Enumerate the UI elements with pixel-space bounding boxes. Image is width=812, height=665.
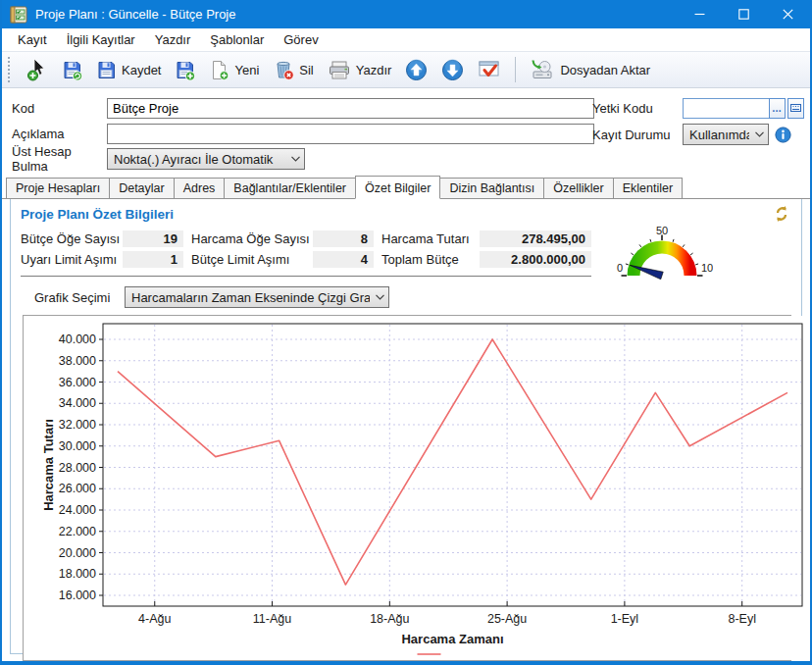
svg-text:32.000: 32.000 [59,418,96,432]
svg-text:11-Ağu: 11-Ağu [253,612,291,626]
app-window: Proje Planı : Güncelle - Bütçe Proje Kay… [0,0,812,665]
yetki-browse-button[interactable]: … [769,98,786,119]
toolbar-label: Kaydet [122,63,161,77]
summary-value-harcama-tutarı: 278.495,00 [480,230,591,247]
ust-hesap-value: Nokta(.) Ayıracı İle Otomatik [114,152,285,167]
line-chart: 4-Ağu11-Ağu18-Ağu25-Ağu1-Eyl8-Eyl16.0001… [23,315,791,661]
yetki-kodu-label: Yetki Kodu [592,101,683,116]
window-controls [678,0,810,28]
summary-label-toplam-bütçe: Toplam Bütçe [381,252,480,267]
menu-item-kayıt[interactable]: Kayıt [8,30,57,49]
summary-label-bütçe-limit-aşımı: Bütçe Limit Aşımı [191,252,313,267]
down-icon [441,59,464,81]
title-bar: Proje Planı : Güncelle - Bütçe Proje [2,0,810,28]
svg-text:16.000: 16.000 [59,588,96,602]
record-form: Kod Açıklama Üst Hesap Bulma Nokta(.) Ay… [2,88,810,175]
save-icon [96,60,117,80]
tab-özet-bilgiler[interactable]: Özet Bilgiler [355,176,440,199]
chevron-down-icon [291,156,300,162]
toolbar-label: Sil [299,63,313,77]
menu-item-i-lgili-kayıtlar[interactable]: İlgili Kayıtlar [57,30,145,49]
grafik-secimi-value: Harcamaların Zaman Ekseninde Çizgi Grafi… [131,290,370,305]
tab-özellikler[interactable]: Özellikler [543,178,613,198]
svg-text:20.000: 20.000 [59,546,96,560]
toolbar-button-up[interactable] [398,57,434,83]
summary-label-harcama-öğe-sayısı: Harcama Öğe Sayısı [191,231,313,246]
chevron-down-icon [376,294,384,300]
svg-text:22.000: 22.000 [59,525,96,538]
svg-text:Harcama Tutarı: Harcama Tutarı [41,419,56,511]
svg-text:30.000: 30.000 [59,439,96,453]
tab-dizin-bağlantısı[interactable]: Dizin Bağlantısı [439,178,544,198]
tab-bağlantılar-eklentiler[interactable]: Bağlantılar/Eklentiler [224,178,356,198]
tab-eklentiler[interactable]: Eklentiler [613,178,683,198]
toolbar: Kaydet Yeni Sil Yazdır Dosyadan Aktar [2,51,810,88]
toolbar-button-pointer-add[interactable] [20,56,55,83]
toolbar-button-down[interactable] [434,57,471,83]
tab-strip: Proje HesaplarıDetaylarAdresBağlantılar/… [2,175,810,199]
summary-value-uyarı-limit-aşımı: 1 [123,251,183,268]
aciklama-label: Açıklama [12,127,107,141]
svg-text:18-Ağu: 18-Ağu [370,612,409,626]
svg-text:0: 0 [617,262,623,274]
toolbar-grip[interactable] [8,57,14,82]
keypad-icon [790,104,801,112]
menu-item-şablonlar[interactable]: Şablonlar [200,30,274,49]
grafik-secimi-combo[interactable]: Harcamaların Zaman Ekseninde Çizgi Grafi… [125,286,389,308]
info-icon[interactable] [775,127,791,143]
up-icon [405,59,428,81]
toolbar-button-sil[interactable]: Sil [266,58,320,82]
toolbar-separator [515,57,516,82]
yetki-keypad-button[interactable] [787,98,804,119]
ellipsis-icon: … [772,103,783,114]
summary-label-uyarı-limit-aşımı: Uyarı Limit Aşımı [21,252,123,267]
toolbar-button-yazdır[interactable]: Yazdır [321,58,399,82]
chevron-down-icon [755,131,764,137]
kod-label: Kod [12,101,107,116]
ust-hesap-combo[interactable]: Nokta(.) Ayıracı İle Otomatik [107,148,305,170]
minimize-button[interactable] [678,0,722,28]
delete-icon [273,60,294,80]
svg-text:40.000: 40.000 [59,332,96,346]
aciklama-input[interactable] [107,124,594,144]
kayit-durumu-combo[interactable]: Kullanımda [683,124,769,145]
toolbar-button-kaydet[interactable]: Kaydet [89,58,168,82]
approve-icon [478,59,501,80]
close-button[interactable] [766,0,810,28]
tab-detaylar[interactable]: Detaylar [109,178,175,198]
toolbar-label: Yeni [234,63,259,77]
maximize-button[interactable] [722,0,766,28]
svg-text:28.000: 28.000 [59,461,96,475]
toolbar-label: Dosyadan Aktar [560,63,650,77]
grafik-secimi-label: Grafik Seçimi [34,290,125,305]
toolbar-button-approve[interactable] [471,57,508,82]
toolbar-button-save-refresh[interactable] [55,58,89,82]
yetki-kodu-input[interactable] [683,98,769,119]
print-icon [328,60,351,80]
minimize-icon [694,9,705,20]
svg-text:26.000: 26.000 [59,482,96,495]
toolbar-button-save-add[interactable] [168,58,202,82]
menu-bar: Kayıtİlgili KayıtlarYazdırŞablonlarGörev [2,28,810,51]
summary-value-bütçe-öğe-sayısı: 19 [123,230,183,247]
save-add-icon [175,60,195,80]
svg-text:18.000: 18.000 [59,567,96,581]
close-icon [783,9,793,20]
import-icon [530,59,555,81]
menu-item-görev[interactable]: Görev [274,30,328,49]
tab-proje-hesapları[interactable]: Proje Hesapları [6,178,110,198]
summary-label-harcama-tutarı: Harcama Tutarı [381,231,480,246]
toolbar-button-dosyadan-aktar[interactable]: Dosyadan Aktar [523,57,657,83]
pointer-add-icon [26,58,48,81]
svg-text:4-Ağu: 4-Ağu [138,612,171,626]
kod-input[interactable] [107,98,594,119]
summary-value-harcama-öğe-sayısı: 8 [313,230,374,247]
ozet-bilgiler-panel: Proje Planı Özet Bilgileri Bütçe Öğe Say… [10,199,802,654]
tab-adres[interactable]: Adres [174,178,226,198]
summary-value-toplam-bütçe: 2.800.000,00 [480,251,591,268]
menu-item-yazdır[interactable]: Yazdır [145,30,201,49]
refresh-icon[interactable] [772,204,791,224]
new-icon [209,60,229,80]
toolbar-button-yeni[interactable]: Yeni [202,58,266,82]
svg-text:100: 100 [701,262,713,274]
